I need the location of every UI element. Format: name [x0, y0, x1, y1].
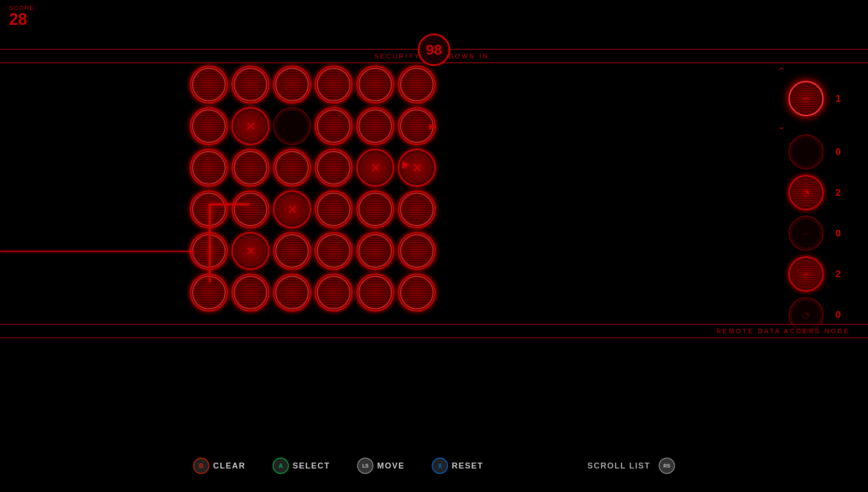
controls-bar: B CLEAR A SELECT LS MOVE X RESET SCROLL …: [0, 458, 868, 474]
list-count-0: 1: [827, 93, 841, 104]
reset-control[interactable]: X RESET: [432, 458, 483, 474]
grid-node-2-6[interactable]: ▶: [398, 107, 436, 145]
grid-node-6-3[interactable]: [273, 274, 311, 312]
node-grid: ▶▶: [190, 66, 452, 313]
grid-node-5-1[interactable]: ▶: [190, 232, 228, 270]
grid-node-3-1[interactable]: [190, 149, 228, 187]
grid-node-6-6[interactable]: [398, 274, 436, 312]
score-area: SCORE 28: [9, 5, 34, 28]
grid-node-4-3[interactable]: [273, 190, 311, 228]
list-icon-3: ⌐: [803, 228, 809, 239]
list-icon-2: ◔: [802, 188, 810, 198]
clear-control[interactable]: B CLEAR: [193, 458, 245, 474]
ls-button[interactable]: LS: [357, 458, 373, 474]
list-node-2[interactable]: ◔: [788, 175, 824, 210]
grid-node-2-4[interactable]: [315, 107, 353, 145]
list-item-2[interactable]: ◔ 2: [769, 175, 841, 210]
grid-node-3-4[interactable]: [315, 149, 353, 187]
move-control[interactable]: LS MOVE: [357, 458, 405, 474]
list-icon-0: ─: [802, 93, 810, 104]
select-label: SELECT: [292, 461, 330, 471]
list-icon-5: ◔: [802, 310, 810, 320]
x-button[interactable]: X: [432, 458, 448, 474]
grid-node-5-3[interactable]: [273, 232, 311, 270]
grid-node-5-4[interactable]: [315, 232, 353, 270]
puzzle-grid[interactable]: ▶▶: [190, 66, 452, 305]
bottom-bar-label: REMOTE DATA ACCESS NODE: [717, 327, 850, 335]
grid-node-2-5[interactable]: [356, 107, 394, 145]
a-button[interactable]: A: [273, 458, 289, 474]
grid-node-4-1[interactable]: [190, 190, 228, 228]
grid-node-6-4[interactable]: [315, 274, 353, 312]
entry-line: [0, 251, 203, 252]
scroll-list-label: SCROLL LIST: [587, 461, 651, 471]
grid-node-3-3[interactable]: [273, 149, 311, 187]
list-node-1[interactable]: [788, 134, 824, 170]
list-item-0[interactable]: ─ 1: [769, 81, 841, 116]
grid-node-1-2[interactable]: [231, 66, 269, 104]
list-count-1: 0: [827, 146, 841, 158]
grid-node-5-6[interactable]: [398, 232, 436, 270]
grid-node-5-5[interactable]: [356, 232, 394, 270]
list-node-4[interactable]: ⌐: [788, 256, 824, 292]
grid-node-4-5[interactable]: [356, 190, 394, 228]
top-bar: 98 SECURITY LOCKDOWN IN: [0, 49, 868, 63]
list-count-4: 2: [827, 268, 841, 280]
list-count-3: 0: [827, 227, 841, 239]
grid-node-3-2[interactable]: [231, 149, 269, 187]
grid-node-2-3[interactable]: [273, 107, 311, 145]
grid-node-6-1[interactable]: [190, 274, 228, 312]
scroll-list-control[interactable]: SCROLL LIST RS: [587, 458, 675, 474]
grid-node-2-2[interactable]: [231, 107, 269, 145]
rs-button[interactable]: RS: [659, 458, 675, 474]
list-item-3[interactable]: ⌐ 0: [769, 216, 841, 251]
scroll-down-arrow[interactable]: ⌄: [778, 121, 785, 132]
grid-node-3-6[interactable]: [398, 149, 436, 187]
list-node-0[interactable]: ─: [788, 81, 824, 116]
bottom-bar: REMOTE DATA ACCESS NODE: [0, 324, 868, 338]
grid-node-4-2[interactable]: [231, 190, 269, 228]
grid-node-4-6[interactable]: [398, 190, 436, 228]
grid-node-1-3[interactable]: [273, 66, 311, 104]
list-icon-4: ⌐: [803, 269, 809, 279]
grid-node-6-2[interactable]: [231, 274, 269, 312]
reset-label: RESET: [452, 461, 483, 471]
right-panel: ⌃ ─ 1 ⌄ 0 ◔ 2 ⌐ 0 ⌐ 2 ◔ 0: [769, 66, 841, 335]
score-value: 28: [9, 11, 27, 28]
list-count-5: 0: [827, 309, 841, 321]
grid-node-3-5[interactable]: [356, 149, 394, 187]
lockdown-counter: 98: [418, 33, 450, 66]
list-node-3[interactable]: ⌐: [788, 216, 824, 251]
grid-node-1-4[interactable]: [315, 66, 353, 104]
grid-node-1-1[interactable]: [190, 66, 228, 104]
grid-node-5-2[interactable]: [231, 232, 269, 270]
list-count-2: 2: [827, 187, 841, 199]
move-label: MOVE: [377, 461, 405, 471]
grid-node-1-5[interactable]: [356, 66, 394, 104]
scroll-up-arrow[interactable]: ⌃: [778, 66, 785, 76]
grid-node-1-6[interactable]: [398, 66, 436, 104]
b-button[interactable]: B: [193, 458, 209, 474]
clear-label: CLEAR: [213, 461, 245, 471]
grid-node-2-1[interactable]: [190, 107, 228, 145]
grid-node-4-4[interactable]: [315, 190, 353, 228]
grid-node-6-5[interactable]: [356, 274, 394, 312]
select-control[interactable]: A SELECT: [273, 458, 330, 474]
list-item-4[interactable]: ⌐ 2: [769, 256, 841, 292]
list-item-1[interactable]: 0: [769, 134, 841, 170]
